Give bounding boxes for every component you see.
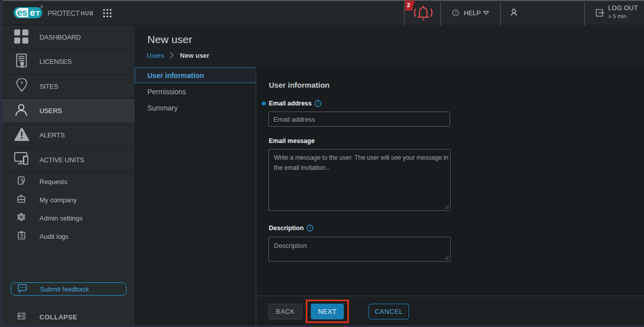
- svg-text:?: ?: [455, 10, 457, 15]
- svg-text:?: ?: [317, 101, 319, 106]
- svg-text:es: es: [17, 7, 27, 18]
- svg-text:e: e: [30, 7, 35, 18]
- svg-text:T: T: [36, 10, 41, 17]
- svg-text:R: R: [41, 6, 43, 8]
- svg-text:?: ?: [309, 226, 311, 231]
